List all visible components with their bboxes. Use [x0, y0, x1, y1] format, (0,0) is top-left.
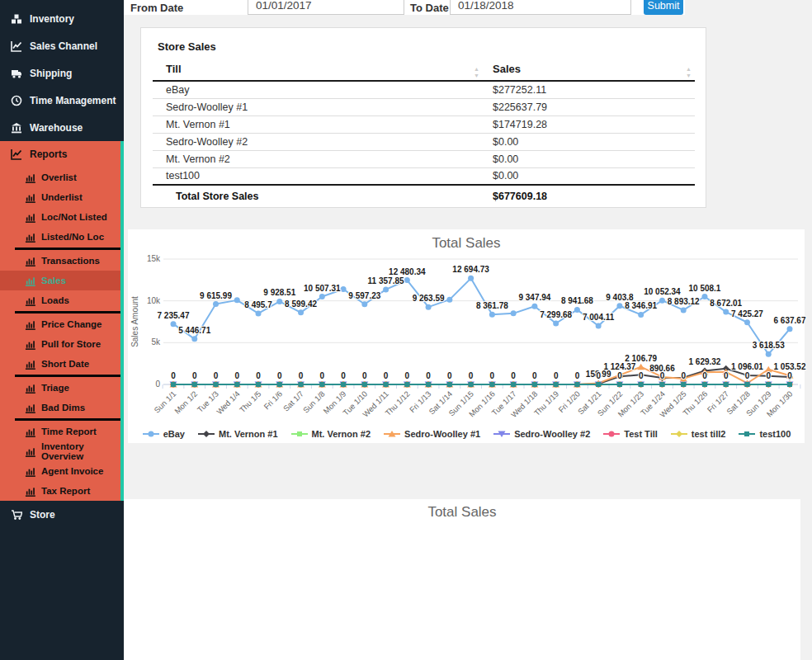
sub-item-label: Inventory Overview	[41, 441, 120, 461]
legend-label: test100	[759, 429, 791, 439]
report-group-2: Transactions Sales Loads	[0, 251, 120, 310]
sidebar-item-loads[interactable]: Loads	[0, 290, 120, 310]
total-label: Total Store Sales	[153, 185, 483, 206]
till-cell: Sedro-Woolley #1	[153, 98, 483, 116]
sidebar-item-inventory[interactable]: Inventory	[0, 5, 124, 32]
table-total-row: Total Store Sales $677609.18	[153, 185, 695, 206]
svg-text:7 004.11: 7 004.11	[583, 313, 615, 322]
legend-item[interactable]: Test Till	[602, 429, 658, 439]
from-date-input[interactable]	[248, 0, 404, 15]
svg-text:2 106.79: 2 106.79	[625, 354, 657, 363]
legend-item[interactable]: Mt. Vernon #2	[290, 429, 371, 439]
svg-text:10 052.34: 10 052.34	[644, 287, 681, 296]
sub-item-label: Agent Invoice	[41, 466, 103, 476]
svg-text:0: 0	[702, 371, 707, 380]
sidebar-item-listed-no-loc[interactable]: Listed/No Loc	[0, 227, 120, 247]
sidebar-item-price-change[interactable]: Price Change	[0, 314, 120, 334]
svg-text:0: 0	[171, 371, 176, 380]
table-row: Mt. Vernon #1 $174719.28	[153, 116, 695, 133]
sidebar-item-pull-for-store[interactable]: Pull for Store	[0, 334, 120, 354]
sidebar-item-store[interactable]: Store	[0, 501, 124, 528]
sort-icon: ▲▼	[686, 66, 692, 79]
svg-text:9 928.51: 9 928.51	[263, 288, 295, 297]
svg-text:0: 0	[660, 371, 665, 380]
bar-chart-icon	[25, 339, 35, 350]
cart-icon	[11, 509, 22, 521]
svg-text:0: 0	[362, 371, 367, 380]
bar-chart-icon	[25, 427, 35, 437]
bar-chart-icon	[25, 192, 35, 203]
sidebar-item-sales-channel[interactable]: Sales Channel	[0, 32, 124, 59]
bank-icon	[11, 122, 22, 134]
svg-text:7 425.27: 7 425.27	[731, 309, 763, 318]
column-header-till[interactable]: Till ▲▼	[153, 61, 483, 81]
sidebar-item-agent-invoice[interactable]: Agent Invoice	[0, 461, 120, 481]
sidebar-item-sales[interactable]: Sales	[0, 271, 120, 290]
svg-text:10 507.31: 10 507.31	[304, 284, 341, 293]
column-label: Till	[166, 63, 182, 75]
sales-cell: $225637.79	[483, 98, 695, 116]
column-header-sales[interactable]: Sales ▲▼	[483, 61, 695, 81]
total-sales-chart-panel: Total Sales 05k10k15kSun 1/1Mon 1/2Tue 1…	[128, 229, 805, 443]
store-sales-table: Till ▲▼ Sales ▲▼ eBay $277252.11 Sedro-W…	[153, 61, 695, 206]
legend-item[interactable]: Sedro-Woolley #1	[383, 429, 480, 439]
store-sales-title: Store Sales	[141, 28, 706, 61]
group-divider	[15, 248, 120, 250]
svg-text:0: 0	[511, 371, 516, 380]
sidebar-item-transactions[interactable]: Transactions	[0, 251, 120, 271]
bar-chart-icon	[25, 276, 35, 286]
svg-text:0: 0	[490, 371, 495, 380]
legend-item[interactable]: test100	[738, 429, 791, 439]
sidebar-item-bad-dims[interactable]: Bad Dims	[0, 398, 120, 417]
sub-item-label: Transactions	[41, 256, 100, 266]
sidebar-item-reports[interactable]: Reports	[0, 141, 120, 167]
svg-text:12 694.73: 12 694.73	[452, 265, 489, 274]
sidebar-item-overlist[interactable]: Overlist	[0, 167, 120, 187]
till-cell: test100	[153, 167, 483, 185]
svg-text:8 346.91: 8 346.91	[625, 301, 657, 310]
bar-chart-icon	[25, 256, 35, 266]
legend-label: Sedro-Woolley #1	[404, 429, 480, 439]
svg-text:1 629.32: 1 629.32	[689, 357, 721, 366]
sidebar-item-short-date[interactable]: Short Date	[0, 354, 120, 374]
svg-text:0: 0	[532, 371, 537, 380]
svg-text:0: 0	[724, 371, 729, 380]
svg-text:0: 0	[320, 371, 325, 380]
sales-cell: $0.00	[483, 133, 695, 150]
svg-text:Mon 1/2: Mon 1/2	[172, 389, 199, 416]
bar-chart-icon	[25, 232, 35, 243]
sidebar: Inventory Sales Channel Shipping Time Ma…	[0, 0, 124, 660]
sales-cell: $174719.28	[483, 116, 695, 133]
sidebar-item-tax-report[interactable]: Tax Report	[0, 481, 120, 501]
svg-text:0: 0	[299, 371, 304, 380]
svg-text:5k: 5k	[151, 337, 161, 346]
from-date-label: From Date	[130, 2, 183, 14]
table-row: Mt. Vernon #2 $0.00	[153, 150, 695, 167]
sub-item-label: Loc/Not Listed	[41, 212, 107, 222]
svg-text:0: 0	[341, 371, 346, 380]
legend-item[interactable]: test till2	[670, 429, 726, 439]
svg-text:0: 0	[277, 371, 282, 380]
legend-label: Mt. Vernon #1	[219, 429, 278, 439]
sidebar-item-time-report[interactable]: Time Report	[0, 422, 120, 441]
sidebar-item-warehouse[interactable]: Warehouse	[0, 114, 124, 141]
sidebar-item-triage[interactable]: Triage	[0, 378, 120, 398]
legend-item[interactable]: eBay	[142, 429, 185, 439]
sidebar-item-label: Shipping	[30, 68, 72, 79]
sidebar-item-inventory-overview[interactable]: Inventory Overview	[0, 441, 120, 461]
sidebar-item-time-management[interactable]: Time Management	[0, 87, 124, 114]
legend-item[interactable]: Sedro-Woolley #2	[493, 429, 590, 439]
legend-item[interactable]: Mt. Vernon #1	[197, 429, 278, 439]
sidebar-reports-section: Reports Overlist Underlist Loc/Not Liste…	[0, 141, 124, 501]
to-date-input[interactable]	[450, 0, 631, 15]
report-group-1: Overlist Underlist Loc/Not Listed Listed…	[0, 167, 120, 247]
sales-cell: $0.00	[483, 167, 695, 185]
bar-chart-icon	[25, 446, 35, 457]
sidebar-item-underlist[interactable]: Underlist	[0, 187, 120, 207]
till-cell: eBay	[153, 81, 483, 98]
submit-button[interactable]: Submit	[644, 0, 683, 15]
sidebar-item-loc-not-listed[interactable]: Loc/Not Listed	[0, 207, 120, 227]
sidebar-item-label: Time Management	[30, 95, 116, 106]
svg-text:8 495.7: 8 495.7	[244, 300, 272, 309]
sidebar-item-shipping[interactable]: Shipping	[0, 59, 124, 87]
